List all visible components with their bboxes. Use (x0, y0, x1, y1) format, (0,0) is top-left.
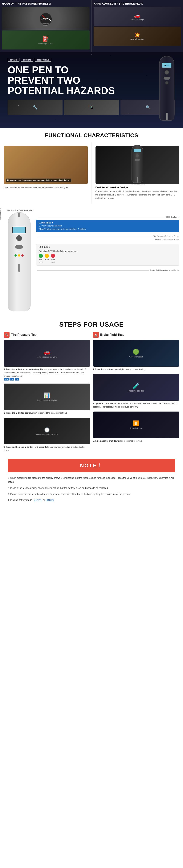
device-btn-2[interactable] (15, 245, 23, 249)
lcd-display-box: LCD Display ▼ 1.Tire Pressure detection.… (36, 220, 179, 232)
tire-col-title: Tire Pressure Test (11, 333, 37, 337)
tire-step-2-desc: 2. Press the ▲ button continuously to co… (4, 411, 90, 414)
lcd-display-desc2: 2.Kpa/Psi/Bar pressure units by switchin… (38, 227, 177, 231)
unit-ba: Ba (15, 378, 19, 380)
one-pen-line1: ONE PEN TO (8, 65, 175, 75)
brake-step-1-desc: 1.Press the ▼ button , green light show … (93, 368, 179, 371)
func-right-image: Tire Pressure Tester (96, 146, 179, 184)
note-red-bar: NOTE！ (8, 459, 175, 472)
brake-step-3: ⏸️ Auto shutdown 3. Automatically shut d… (93, 411, 179, 442)
badge-portable: portable (8, 58, 20, 62)
svg-point-3 (45, 19, 46, 20)
harm-gauge-image: Max increases fuel consumption (2, 7, 89, 30)
tire-icon-box: 🔧 (4, 332, 9, 338)
harm-car-crash1-image: 🚗 collision damage (94, 7, 181, 26)
lcd-display-arrow-row: LCD Display ▼ (36, 216, 179, 218)
svg-text:increases fuel: increases fuel (42, 23, 49, 24)
led-green-item: 0% Good (39, 254, 43, 264)
note-section: NOTE！ 1. When measuring tire pressure, t… (0, 459, 183, 512)
tire-btn-label-row: Tire Pressure Detection Button (36, 235, 179, 237)
tire-step-3: ⏱️ Press and hold 3 seconds 3. Press and… (4, 417, 90, 452)
steps-two-col: 🔧 Tire Pressure Test 🚗 Testing against t… (4, 332, 179, 455)
lcd-display-desc1: 1.Tire Pressure detection. (38, 224, 177, 227)
tire-step-1: 🚗 Testing against tire valve 1. Press th… (4, 340, 90, 380)
lcd-display-label: LCD Display ▼ (166, 216, 179, 218)
func-left-img-label: Heavy pressure is pressure measurement, … (6, 179, 71, 182)
brake-col-header: 🔬 Brake Fluid Test (93, 332, 179, 338)
led-indicators: 0% Good <2% >3% Bad (39, 254, 177, 264)
led-green-circle (39, 254, 43, 258)
tire-step-2: 📊 Unit conversion display 2. Press the ▲… (4, 383, 90, 414)
note-item-3: 3. Please clean the metal probe after us… (8, 492, 175, 496)
led-green-pct: 0% (39, 258, 43, 261)
one-pen-img-2: 📱 (64, 100, 119, 115)
tire-col: 🔧 Tire Pressure Test 🚗 Testing against t… (4, 332, 90, 455)
harm-left-caption2: tire leakage to road (38, 43, 53, 44)
led-red-circle (51, 254, 55, 258)
steps-section: STEPS FOR USAGE 🔧 Tire Pressure Test 🚗 T… (0, 317, 183, 459)
device-btn-1[interactable] (16, 235, 22, 241)
tire-col-header: 🔧 Tire Pressure Test (4, 332, 90, 338)
led-yellow-item: <2% (45, 254, 49, 261)
brake-btn-label: Brake Fluid Detection Button (155, 239, 179, 241)
functional-section: FUNCTIONAL CHARACTERISTICS Heavy pressur… (0, 128, 183, 206)
brake-step-3-photo: ⏸️ Auto shutdown (93, 411, 179, 438)
functional-title: FUNCTIONAL CHARACTERISTICS (0, 128, 183, 142)
func-left-image: Heavy pressure is pressure measurement, … (4, 146, 88, 184)
led-yellow-pct: <2% (45, 258, 49, 261)
tire-step-1-photo: 🚗 Testing against tire valve (4, 340, 90, 367)
brake-col: 🔬 Brake Fluid Test 🟢 Green light start 1… (93, 332, 179, 455)
lcd-light-box: LCD light ▼ Detecting DOT4 brake fluid p… (36, 244, 179, 266)
device-label-col: LCD Display ▼ LCD Display ▼ 1.Tire Press… (34, 209, 179, 273)
led-red-pct: >3% (51, 258, 55, 261)
brake-step-3-desc: 3. Automatically shut down after 7 secon… (93, 439, 179, 442)
one-pen-images: 🔧 📱 🔍 (8, 100, 175, 115)
lcd-light-group: LCD light ▼ Detecting DOT4 brake fluid p… (36, 244, 179, 266)
func-right-desc: Our brake fluid tester is with nickel-pl… (96, 190, 179, 200)
led-green-label: Good (39, 261, 43, 264)
lcd-light-title: LCD light ▼ (39, 246, 177, 249)
harm-left: HARM OF TIRE PRESSURE PROBLEM Max increa… (0, 0, 92, 52)
diagram-flex: Tire Pressure Detection Probe ▲ ▼ (4, 209, 179, 311)
probe-top-label: Tire Pressure Detection Probe (4, 209, 34, 212)
brake-step-2-photo: 🧪 Probe in brake fluid (93, 374, 179, 401)
diagram-device-col: Tire Pressure Detection Probe ▲ ▼ (4, 209, 34, 311)
battery-link-1[interactable]: CR1225 (34, 499, 42, 501)
probe-bottom-label: Brake Fluid Detection Metal Probe (150, 269, 179, 272)
battery-link-2[interactable]: CR1220 (46, 499, 54, 501)
steps-main-title: STEPS FOR USAGE (4, 321, 179, 328)
harm-left-title: HARM OF TIRE PRESSURE PROBLEM (2, 2, 89, 5)
harm-right: HARM CAUSED BY BAD BRAKE FLUID 🚗 collisi… (92, 0, 183, 52)
tire-btn-label: Tire Pressure Detection Button (153, 235, 179, 237)
led-red-item: >3% Bad (51, 254, 55, 264)
badge-accurate: accurate (21, 58, 33, 62)
brake-btn-label-row: Brake Fluid Detection Button (36, 239, 179, 241)
tire-step-3-photo: ⏱️ Press and hold 3 seconds (4, 417, 90, 444)
one-pen-line3: POTENTIAL HAZARDS (8, 86, 175, 96)
harm-right-title: HARM CAUSED BY BAD BRAKE FLUID (94, 2, 181, 5)
badge-cost-effective: cost-effective (35, 58, 51, 62)
led-yellow-circle (45, 254, 49, 258)
tire-unit-badges: Kpa PSI Ba (4, 378, 90, 380)
one-pen-section: portable accurate cost-effective ONE PEN… (0, 52, 183, 128)
func-left-desc: Light pressure deflation can balance the… (4, 186, 88, 189)
func-right-title: Dual Anti-Corrosion Design (96, 186, 179, 189)
one-pen-line2: PREVENT TWO (8, 75, 175, 86)
brake-col-title: Brake Fluid Test (100, 333, 124, 337)
harm-gas-station-image: ⛽ tire leakage to road (2, 30, 89, 50)
probe-bottom-label-row: Brake Fluid Detection Metal Probe (36, 269, 179, 272)
harm-right-caption2: car crash accident (130, 38, 144, 40)
note-item-2: 2. Press ▼ or ▲ , the display shows LO, … (8, 486, 175, 490)
pen-device (156, 56, 177, 123)
func-right-card: Tire Pressure Tester Dual Anti-Corrosion… (92, 142, 183, 204)
one-pen-heading: ONE PEN TO PREVENT TWO POTENTIAL HAZARDS (8, 65, 175, 96)
note-item-4: 4. Product battery model: CR1225 or CR12… (8, 498, 175, 502)
lcd-display-group: LCD Display ▼ LCD Display ▼ 1.Tire Press… (36, 216, 179, 232)
lcd-display-line1: LCD Display ▼ (38, 221, 177, 224)
svg-text:consumption: consumption (43, 25, 49, 26)
led-red-label: Bad (51, 261, 55, 264)
functional-row: Heavy pressure is pressure measurement, … (0, 142, 183, 204)
func-left-card: Heavy pressure is pressure measurement, … (0, 142, 92, 204)
tire-step-3-desc: 3. Press and hold the ▲ button for 3 sec… (4, 445, 90, 452)
note-header: NOTE！ (80, 463, 103, 468)
